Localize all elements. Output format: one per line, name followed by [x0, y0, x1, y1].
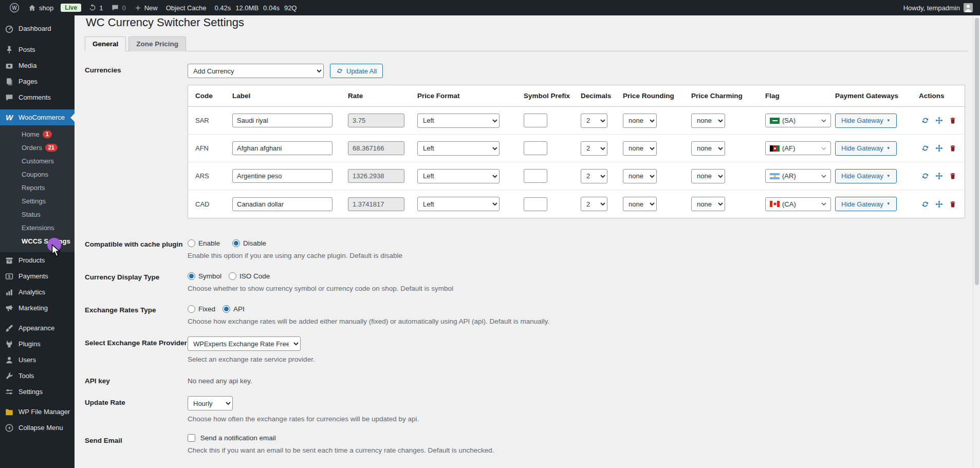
price-charming-select[interactable]: none — [691, 169, 725, 183]
sidebar-item-payments[interactable]: $ Payments — [0, 268, 75, 284]
sidebar-item-woocommerce[interactable]: W WooCommerce — [0, 109, 75, 125]
flag-select[interactable]: (CA) — [765, 197, 831, 211]
submenu-item-wccs-settings[interactable]: WCCS Settings — [0, 235, 75, 248]
page-scrollbar-track[interactable] — [973, 15, 980, 468]
decimals-select[interactable]: 2 — [581, 141, 607, 156]
submenu-item-extensions[interactable]: Extensions — [0, 221, 75, 235]
refresh-rate-button[interactable] — [921, 116, 930, 125]
sidebar-item-collapse-menu[interactable]: Collapse Menu — [0, 420, 75, 436]
sidebar-item-marketing[interactable]: Marketing — [0, 300, 75, 316]
add-currency-select[interactable]: Add Currency — [188, 64, 324, 78]
currency-rate-input[interactable] — [348, 114, 404, 127]
price-charming-select[interactable]: none — [691, 114, 725, 128]
submenu-item-reports[interactable]: Reports — [0, 181, 75, 195]
price-charming-select[interactable]: none — [691, 197, 725, 211]
submenu-item-coupons[interactable]: Coupons — [0, 168, 75, 181]
currency-rate-input[interactable] — [348, 197, 404, 211]
symbol-prefix-input[interactable] — [524, 114, 547, 127]
hide-gateway-button[interactable]: Hide Gateway ▼ — [835, 114, 897, 128]
move-row-handle[interactable] — [935, 116, 944, 125]
wordpress-menu[interactable]: W — [5, 0, 24, 15]
move-row-handle[interactable] — [935, 200, 944, 209]
price-format-select[interactable]: Left — [417, 197, 500, 211]
new-content-menu[interactable]: New — [130, 0, 162, 15]
display-symbol-option[interactable]: Symbol — [188, 272, 221, 280]
sidebar-item-dashboard[interactable]: Dashboard — [0, 21, 75, 36]
live-status-badge[interactable]: Live — [61, 4, 81, 12]
refresh-rate-button[interactable] — [921, 172, 930, 180]
tab-general[interactable]: General — [85, 36, 126, 51]
delete-currency-button[interactable] — [949, 116, 957, 125]
send-email-option[interactable]: Send a notification email — [188, 433, 276, 442]
decimals-select[interactable]: 2 — [581, 197, 607, 211]
cache-disable-option[interactable]: Disable — [232, 239, 266, 247]
price-charming-select[interactable]: none — [691, 141, 725, 156]
sidebar-item-products[interactable]: Products — [0, 252, 75, 268]
price-rounding-select[interactable]: none — [623, 114, 657, 128]
update-rate-select[interactable]: Hourly — [188, 396, 233, 410]
move-row-handle[interactable] — [935, 172, 944, 180]
submenu-item-home[interactable]: Home1 — [0, 128, 75, 141]
symbol-prefix-input[interactable] — [524, 141, 547, 155]
hide-gateway-button[interactable]: Hide Gateway ▼ — [835, 169, 897, 183]
updates-toolbar-item[interactable]: 1 — [84, 0, 107, 15]
currency-label-input[interactable] — [232, 169, 332, 183]
delete-currency-button[interactable] — [949, 172, 957, 180]
sidebar-item-users[interactable]: Users — [0, 352, 75, 368]
refresh-rate-button[interactable] — [921, 144, 930, 153]
account-menu[interactable]: Howdy, tempadmin — [903, 3, 975, 12]
flag-select[interactable]: (AF) — [765, 141, 831, 155]
delete-currency-button[interactable] — [949, 200, 957, 209]
sidebar-item-media[interactable]: Media — [0, 58, 75, 73]
tab-zone-pricing[interactable]: Zone Pricing — [128, 36, 186, 51]
decimals-select[interactable]: 2 — [581, 169, 607, 183]
submenu-item-customers[interactable]: Customers — [0, 155, 75, 168]
price-format-select[interactable]: Left — [417, 114, 500, 128]
price-rounding-select[interactable]: none — [623, 197, 657, 211]
currency-label-input[interactable] — [232, 141, 332, 155]
delete-currency-button[interactable] — [949, 144, 957, 153]
sidebar-item-plugins[interactable]: Plugins — [0, 336, 75, 352]
move-row-handle[interactable] — [935, 144, 944, 153]
page-scrollbar-thumb[interactable] — [975, 18, 979, 285]
currency-rate-input[interactable] — [348, 141, 404, 155]
flag-select[interactable]: (SA) — [765, 114, 831, 127]
cache-enable-radio[interactable] — [188, 239, 195, 247]
comments-toolbar-item[interactable]: 0 — [107, 0, 130, 15]
rates-api-option[interactable]: API — [223, 305, 245, 313]
display-iso-radio[interactable] — [229, 272, 236, 280]
refresh-rate-button[interactable] — [921, 200, 930, 209]
object-cache-toolbar-item[interactable]: Object Cache — [162, 0, 211, 15]
currency-rate-input[interactable] — [348, 169, 404, 183]
display-symbol-radio[interactable] — [188, 272, 195, 280]
hide-gateway-button[interactable]: Hide Gateway ▼ — [835, 141, 897, 156]
sidebar-item-analytics[interactable]: Analytics — [0, 284, 75, 300]
update-all-button[interactable]: Update All — [330, 64, 383, 78]
submenu-item-status[interactable]: Status — [0, 208, 75, 221]
price-rounding-select[interactable]: none — [623, 169, 657, 183]
rates-fixed-radio[interactable] — [188, 305, 195, 313]
rates-fixed-option[interactable]: Fixed — [188, 305, 215, 313]
site-name-link[interactable]: shop — [24, 0, 58, 15]
provider-select[interactable]: WPExperts Exchange Rate Free API — [188, 336, 301, 351]
sidebar-item-posts[interactable]: Posts — [0, 42, 75, 58]
sidebar-item-wp-file-manager[interactable]: WP File Manager — [0, 404, 75, 420]
rates-api-radio[interactable] — [223, 305, 230, 313]
cache-enable-option[interactable]: Enable — [188, 239, 220, 247]
send-email-checkbox[interactable] — [188, 434, 195, 442]
price-format-select[interactable]: Left — [417, 169, 500, 183]
sidebar-item-tools[interactable]: Tools — [0, 368, 75, 384]
symbol-prefix-input[interactable] — [524, 197, 547, 211]
hide-gateway-button[interactable]: Hide Gateway ▼ — [835, 197, 897, 211]
sidebar-item-pages[interactable]: Pages — [0, 73, 75, 89]
sidebar-item-settings[interactable]: Settings — [0, 384, 75, 400]
submenu-item-orders[interactable]: Orders21 — [0, 141, 75, 155]
currency-label-input[interactable] — [232, 197, 332, 211]
price-rounding-select[interactable]: none — [623, 141, 657, 156]
decimals-select[interactable]: 2 — [581, 114, 607, 128]
flag-select[interactable]: (AR) — [765, 169, 831, 183]
cache-disable-radio[interactable] — [232, 239, 240, 247]
price-format-select[interactable]: Left — [417, 141, 500, 156]
sidebar-item-appearance[interactable]: Appearance — [0, 320, 75, 336]
sidebar-item-comments[interactable]: Comments — [0, 89, 75, 105]
